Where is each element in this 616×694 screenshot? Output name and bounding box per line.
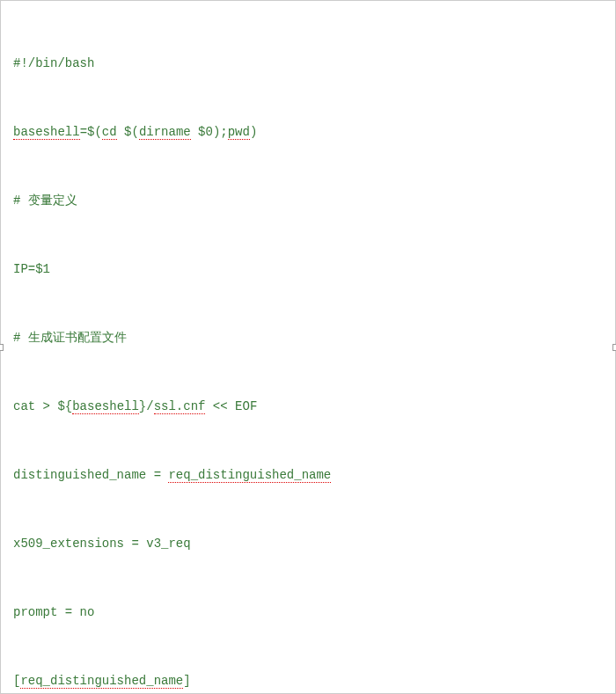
resize-handle-left[interactable] — [0, 344, 4, 351]
code-line: cat > ${baseshell}/ssl.cnf << EOF — [13, 395, 603, 418]
comment-text: # 变量定义 — [13, 194, 77, 208]
text: cat > ${ — [13, 399, 72, 413]
text: }/ — [139, 399, 154, 413]
code-line: prompt = no — [13, 601, 603, 624]
cmd-pwd: pwd — [228, 125, 250, 140]
cmd-cd: cd — [102, 125, 117, 140]
text: $( — [117, 125, 139, 139]
resize-handle-right[interactable] — [612, 344, 616, 351]
code-block: #!/bin/bash baseshell=$(cd $(dirname $0)… — [13, 6, 603, 694]
code-line: IP=$1 — [13, 258, 603, 281]
code-line: #!/bin/bash — [13, 52, 603, 75]
text: << EOF — [205, 399, 257, 413]
code-line: baseshell=$(cd $(dirname $0);pwd) — [13, 121, 603, 143]
code-line: distinguished_name = req_distinguished_n… — [13, 464, 603, 486]
code-comment: # 变量定义 — [13, 189, 603, 212]
code-line: x509_extensions = v3_req — [13, 532, 603, 555]
file-sslcnf: ssl.cnf — [154, 399, 206, 414]
var-baseshell: baseshell — [72, 399, 139, 414]
text: x509_extensions = v3_req — [13, 537, 191, 551]
comment-text: # 生成证书配置文件 — [13, 331, 127, 345]
text: ) — [250, 125, 257, 139]
text: ] — [183, 674, 190, 688]
shebang: #!/bin/bash — [13, 56, 94, 70]
text: IP=$1 — [13, 262, 50, 276]
code-comment: # 生成证书配置文件 — [13, 326, 603, 349]
cfg-reqdn: req_distinguished_name — [168, 468, 331, 483]
sect-reqdn: req_distinguished_name — [20, 674, 183, 689]
code-container: #!/bin/bash baseshell=$(cd $(dirname $0)… — [0, 0, 616, 694]
var-baseshell: baseshell — [13, 125, 80, 140]
text: $0); — [191, 125, 228, 139]
cmd-dirname: dirname — [139, 125, 191, 140]
text: distinguished_name = — [13, 468, 168, 482]
text: prompt = no — [13, 605, 94, 619]
code-line: [req_distinguished_name] — [13, 669, 603, 692]
text: =$( — [80, 125, 102, 139]
